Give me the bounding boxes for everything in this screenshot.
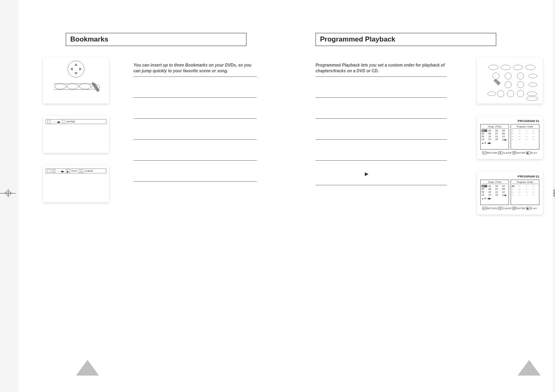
arrows-icon: ◀▶ xyxy=(60,170,64,173)
divider xyxy=(315,139,447,140)
order-cell: -- xyxy=(532,188,538,190)
arrows-icon: ◀▶ xyxy=(57,120,61,123)
order-cell: -- xyxy=(519,135,525,138)
chapter-cell: 10 xyxy=(488,135,494,138)
program-footer: ↩RETURN ✕CLEAR ⏎ENTER ▶PLAY xyxy=(480,207,539,210)
order-cell: -- xyxy=(526,194,532,196)
chapter-cell: 07 xyxy=(495,132,501,135)
chapter-cell: 05 xyxy=(481,132,487,135)
chapter-cell: 03 xyxy=(495,129,501,132)
return-icon: ↩ xyxy=(482,151,486,154)
chapter-cell: 15 xyxy=(495,194,501,196)
nav-arrows-icon: ▲▼ ◀▶ xyxy=(481,141,508,144)
chapter-cell: 10 xyxy=(488,191,494,193)
order-cell: -- xyxy=(519,132,525,135)
order-grid: -- -- -- -- -- -- -- -- -- -- -- xyxy=(512,129,538,141)
chapter-cell: 13 xyxy=(481,194,487,196)
chapter-cell: 02 xyxy=(488,129,494,132)
order-cell: -- xyxy=(519,138,525,141)
chapter-grid: 01 02 03 04 05 06 07 08 09 10 11 xyxy=(481,185,508,196)
divider xyxy=(315,76,447,77)
order-cell: -- xyxy=(526,188,532,190)
program-screen-empty: PROGRAM 01 Chap. (T:01) 01 02 03 04 05 0… xyxy=(477,116,543,159)
divider xyxy=(134,118,257,119)
order-cell: -- xyxy=(526,138,532,141)
order-cell: -- xyxy=(519,185,525,187)
chapter-cell: 11 xyxy=(495,191,501,193)
chapter-cell: 04 xyxy=(502,185,508,187)
play-icon: ▶ xyxy=(526,151,530,154)
chapter-cell: 12 xyxy=(502,191,508,193)
bookmark-icon xyxy=(47,169,51,173)
enter-icon: ⏎ xyxy=(512,207,516,210)
divider xyxy=(134,139,257,140)
return-label: RETURN xyxy=(487,152,498,154)
divider xyxy=(315,118,447,119)
page-corner-icon xyxy=(76,360,99,376)
clear-icon: ✕ xyxy=(498,207,502,210)
order-cell: -- xyxy=(532,191,538,193)
chapter-cell: 09 xyxy=(481,191,487,193)
divider xyxy=(134,181,257,182)
osd-slots: - - xyxy=(57,170,59,172)
chapter-cell: 07 xyxy=(495,188,501,190)
chapter-cell: 02 xyxy=(488,185,494,187)
order-panel: Program Order -- -- -- -- -- -- -- -- -- xyxy=(511,124,539,150)
order-cell: -- xyxy=(512,191,518,193)
enter-label: ENTER xyxy=(516,207,525,210)
chapter-cell: 11 xyxy=(495,135,501,138)
enter-icon: ⏎ xyxy=(512,151,516,154)
order-cell: -- xyxy=(512,129,518,132)
divider xyxy=(134,160,257,161)
program-screen-with-entry: PROGRAM 01 Chap. (T:01) 01 02 03 04 05 0… xyxy=(477,171,543,214)
chapter-panel: Chap. (T:01) 01 02 03 04 05 06 07 08 09 xyxy=(480,180,509,205)
chapter-cell: 01 xyxy=(481,185,487,187)
chapter-panel: Chap. (T:01) 01 02 03 04 05 06 07 08 09 xyxy=(480,124,509,150)
osd-bookmark-set: 1 - - ◀▶ ▶ PLAY ✕ CLEAR xyxy=(43,165,109,202)
order-cell: -- xyxy=(512,194,518,196)
chapter-cell: 14 xyxy=(488,138,494,141)
bookmarks-intro: You can insert up to three Bookmarks on … xyxy=(134,62,257,74)
order-panel-header: Program Order xyxy=(512,125,538,129)
chapter-cell: 03 xyxy=(495,185,501,187)
section-title-bookmarks: Bookmarks xyxy=(66,33,246,46)
chapter-cell: 13 xyxy=(481,138,487,141)
program-heading: PROGRAM 01 xyxy=(480,119,539,123)
divider xyxy=(134,97,257,98)
programmed-intro: Programmed Playback lets you set a custo… xyxy=(315,62,447,74)
order-grid: 01 -- -- -- -- -- -- -- -- -- -- xyxy=(512,185,538,196)
order-cell: -- xyxy=(512,132,518,135)
left-page: Bookmarks You can insert up to three Boo… xyxy=(66,33,283,185)
order-cell: -- xyxy=(519,194,525,196)
chapter-cell: 04 xyxy=(502,129,508,132)
section-title-programmed: Programmed Playback xyxy=(315,33,496,46)
return-icon: ↩ xyxy=(482,207,486,210)
svg-rect-12 xyxy=(45,60,107,101)
order-cell: -- xyxy=(532,129,538,132)
divider xyxy=(315,97,447,98)
clear-label: CLEAR xyxy=(503,207,512,210)
chapter-cell: 09 xyxy=(481,135,487,138)
chapter-cell: 06 xyxy=(488,188,494,190)
order-cell: -- xyxy=(512,188,518,190)
osd-clear-label: CLEAR xyxy=(85,170,93,172)
order-cell: -- xyxy=(519,129,525,132)
chapter-cell: 08 xyxy=(502,132,508,135)
order-cell: -- xyxy=(532,185,538,187)
right-page: Programmed Playback Programmed Playback … xyxy=(307,33,532,185)
osd-play-label: PLAY xyxy=(71,170,78,172)
divider xyxy=(315,160,447,161)
order-cell: -- xyxy=(532,138,538,141)
chapter-cell: 01 xyxy=(481,129,487,132)
order-cell: 01 xyxy=(512,185,518,187)
play-label: PLAY xyxy=(531,152,537,154)
return-label: RETURN xyxy=(487,207,498,210)
page-spread: Bookmarks You can insert up to three Boo… xyxy=(18,0,553,392)
osd-enter-label: ENTER xyxy=(67,120,75,123)
divider xyxy=(315,185,447,185)
chapter-panel-header: Chap. (T:01) xyxy=(481,181,508,184)
order-cell: -- xyxy=(526,185,532,187)
chapter-cell: 14 xyxy=(488,194,494,196)
clear-icon: ✕ xyxy=(498,151,502,154)
order-cell: -- xyxy=(526,132,532,135)
